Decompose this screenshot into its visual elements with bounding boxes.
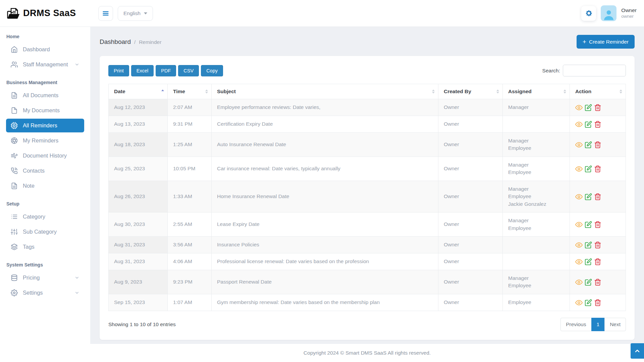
scroll-to-top-button[interactable] [631,343,644,359]
excel-button[interactable]: Excel [131,65,154,76]
delete-button[interactable] [594,104,601,111]
trash-icon [594,104,601,111]
sidebar-item-my-documents[interactable]: My Documents [6,104,84,117]
cell-assigned: ManagerEmployee [503,270,570,294]
edit-button[interactable] [585,193,592,200]
language-dropdown[interactable]: English [118,6,153,21]
table-row: Sep 15, 2023 1:07 AM Gym membership rene… [109,294,626,311]
delete-button[interactable] [594,299,601,306]
page-number-button[interactable]: 1 [591,318,605,331]
breadcrumb-current: Reminder [139,39,161,45]
assigned-value: Manager [508,137,564,144]
sort-arrows-icon [564,89,566,94]
sidebar-item-sub-category[interactable]: Sub Category [6,225,84,239]
edit-button[interactable] [585,104,592,111]
edit-button[interactable] [585,165,592,173]
delete-button[interactable] [594,241,601,249]
cell-created-by: Owner [438,132,503,157]
sidebar-item-dashboard[interactable]: Dashboard [6,43,84,56]
sidebar-item-label: Dashboard [23,46,79,53]
view-button[interactable] [575,193,583,200]
cell-subject: Certification Expiry Date [212,116,438,132]
print-button[interactable]: Print [108,65,129,76]
edit-icon [585,258,592,265]
sidebar-item-my-reminders[interactable]: My Reminders [6,134,84,147]
edit-button[interactable] [585,121,592,128]
view-button[interactable] [575,141,583,148]
cell-assigned: Manager [503,99,570,116]
sidebar-toggle-button[interactable] [98,6,113,21]
column-header-time[interactable]: Time [168,84,212,99]
assigned-value: Manager [508,275,564,282]
edit-button[interactable] [585,221,592,228]
breadcrumb-separator: / [134,39,136,45]
column-header-date[interactable]: Date [109,84,168,99]
edit-button[interactable] [585,241,592,249]
delete-button[interactable] [594,165,601,173]
column-header-created-by[interactable]: Created By [438,84,503,99]
trash-icon [594,279,601,286]
view-button[interactable] [575,121,583,128]
sidebar-item-contacts[interactable]: Contacts [6,164,84,178]
delete-button[interactable] [594,141,601,148]
edit-button[interactable] [585,279,592,286]
view-button[interactable] [575,165,583,173]
next-page-button[interactable]: Next [604,318,626,331]
csv-button[interactable]: CSV [178,65,199,76]
sidebar-item-document-history[interactable]: Document History [6,149,84,163]
assigned-value: Employee [508,144,564,152]
column-header-subject[interactable]: Subject [212,84,438,99]
column-header-action[interactable]: Action [570,84,626,99]
settings-button[interactable] [581,6,596,21]
delete-button[interactable] [594,221,601,228]
user-name: Owner [621,7,637,13]
create-reminder-button[interactable]: + Create Reminder [577,35,635,49]
view-button[interactable] [575,241,583,249]
view-button[interactable] [575,299,583,306]
cell-actions [570,237,626,253]
sidebar-item-all-documents[interactable]: All Documents [6,88,84,102]
sort-arrows-icon [496,89,499,94]
app-logo[interactable]: DRMS SaaS [0,0,90,27]
delete-button[interactable] [594,121,601,128]
delete-button[interactable] [594,258,601,265]
cell-date: Aug 13, 2023 [109,116,168,132]
sidebar-item-label: All Documents [23,92,79,99]
edit-button[interactable] [585,299,592,306]
sidebar-item-all-reminders[interactable]: All Reminders [6,119,84,132]
reminders-card: PrintExcelPDFCSVCopy Search: Date Time S… [100,56,635,340]
view-button[interactable] [575,258,583,265]
file-icon [11,107,18,114]
previous-page-button[interactable]: Previous [560,318,591,331]
sidebar-item-staff-management[interactable]: Staff Management [6,58,84,71]
avatar[interactable] [601,5,616,21]
edit-button[interactable] [585,141,592,148]
cell-subject: Passport Renewal Date [212,270,438,294]
user-info[interactable]: Owner owner [621,7,638,19]
sidebar-item-label: Note [23,183,79,189]
search-input[interactable] [563,65,626,76]
pdf-button[interactable]: PDF [156,65,176,76]
edit-button[interactable] [585,258,592,265]
view-button[interactable] [575,221,583,228]
wind-icon [11,152,18,159]
sidebar-item-pricing[interactable]: Pricing [6,271,84,285]
sidebar-item-note[interactable]: Note [6,179,84,193]
view-button[interactable] [575,279,583,286]
sidebar-item-tags[interactable]: Tags [6,240,84,254]
chevron-down-icon [74,290,79,295]
sidebar-item-category[interactable]: Category [6,210,84,224]
plus-icon: + [583,39,586,45]
sidebar-item-settings[interactable]: Settings [6,286,84,300]
delete-button[interactable] [594,193,601,200]
sidebar-section-title: Setup [0,194,90,208]
cell-created-by: Owner [438,157,503,181]
breadcrumb-dashboard[interactable]: Dashboard [100,38,131,46]
column-header-assigned[interactable]: Assigned [503,84,570,99]
cell-assigned [503,116,570,132]
delete-button[interactable] [594,279,601,286]
copy-button[interactable]: Copy [201,65,223,76]
eye-icon [575,165,583,173]
view-button[interactable] [575,104,583,111]
trash-icon [594,241,601,249]
